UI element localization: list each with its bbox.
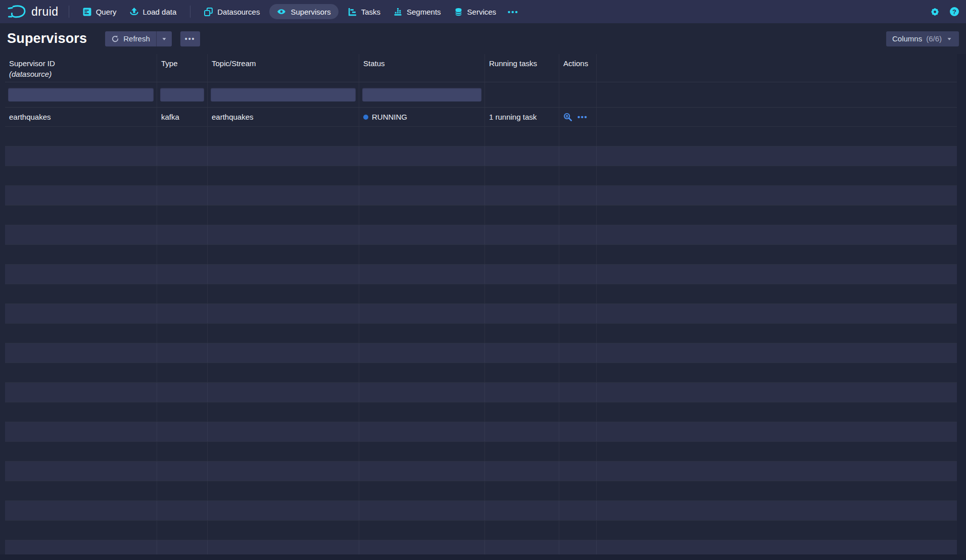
nav-item-query[interactable]: Query <box>76 0 123 23</box>
refresh-button-group: Refresh <box>105 31 172 46</box>
druid-logo-icon <box>7 4 27 20</box>
nav-item-load-data[interactable]: Load data <box>123 0 183 23</box>
topic-stream-cell[interactable]: earthquakes <box>208 108 359 126</box>
empty-row <box>5 462 957 481</box>
supervisor-id-filter-input[interactable] <box>8 88 154 101</box>
vertical-scrollbar-track[interactable] <box>957 54 966 560</box>
header-filler <box>597 54 957 82</box>
eye-icon <box>277 8 286 16</box>
refresh-label: Refresh <box>123 34 150 43</box>
topic-stream-filter-input[interactable] <box>211 88 356 101</box>
empty-row <box>5 304 957 324</box>
column-header-running-tasks[interactable]: Running tasks <box>485 54 559 82</box>
druid-logo-text: druid <box>31 5 59 19</box>
empty-row <box>5 324 957 343</box>
supervisor-row: earthquakes kafka earthquakes RUNNING 1 … <box>5 108 957 127</box>
nav-item-label: Segments <box>407 8 441 16</box>
empty-row <box>5 481 957 501</box>
nav-item-label: Supervisors <box>291 8 330 16</box>
empty-row <box>5 127 957 146</box>
navbar-divider <box>69 6 69 18</box>
help-icon[interactable]: ? <box>950 7 959 16</box>
nav-item-label: Datasources <box>217 8 260 16</box>
column-header-type[interactable]: Type <box>157 54 208 82</box>
empty-row <box>5 402 957 422</box>
type-filter-input[interactable] <box>160 88 204 101</box>
column-header-sublabel: (datasource) <box>9 69 157 79</box>
row-more-icon[interactable]: ••• <box>577 108 588 127</box>
nav-item-label: Tasks <box>361 8 380 16</box>
nav-item-services[interactable]: Services <box>448 0 503 23</box>
columns-dropdown-button[interactable]: Columns (6/6) <box>886 31 959 46</box>
navbar-divider <box>190 6 190 18</box>
empty-rows-container <box>5 127 957 554</box>
horizontal-scrollbar-track[interactable] <box>0 554 966 560</box>
empty-row <box>5 225 957 245</box>
nav-item-datasources[interactable]: Datasources <box>198 0 266 23</box>
stacked-chart-icon <box>394 8 402 16</box>
status-running-dot <box>363 115 368 120</box>
search-details-icon[interactable] <box>563 113 572 122</box>
empty-row <box>5 501 957 521</box>
more-icon: ••• <box>185 31 196 46</box>
empty-row <box>5 284 957 304</box>
nav-item-label: Query <box>96 8 117 16</box>
nav-item-label: Load data <box>143 8 177 16</box>
type-cell[interactable]: kafka <box>157 108 208 126</box>
gantt-icon <box>348 8 357 16</box>
caret-down-icon <box>946 35 953 42</box>
table-filter-row <box>5 82 957 108</box>
caret-down-icon <box>161 35 168 42</box>
table-header-row: Supervisor ID (datasource) Type Topic/St… <box>5 54 957 82</box>
columns-label: Columns <box>892 34 922 43</box>
upload-icon <box>130 8 138 16</box>
empty-row <box>5 363 957 383</box>
actions-cell: ••• <box>559 108 597 126</box>
column-header-topic-stream[interactable]: Topic/Stream <box>208 54 359 82</box>
console-icon <box>83 8 91 16</box>
more-actions-button[interactable]: ••• <box>180 31 200 46</box>
refresh-button[interactable]: Refresh <box>105 31 156 46</box>
supervisors-table: Supervisor ID (datasource) Type Topic/St… <box>5 54 957 554</box>
status-cell[interactable]: RUNNING <box>359 108 485 126</box>
empty-row <box>5 186 957 206</box>
top-navbar: druid Query Load data <box>0 0 966 23</box>
empty-row <box>5 540 957 554</box>
nav-item-segments[interactable]: Segments <box>387 0 448 23</box>
datasources-icon <box>204 8 213 16</box>
empty-row <box>5 343 957 363</box>
empty-row <box>5 383 957 402</box>
empty-row <box>5 245 957 265</box>
page-title: Supervisors <box>7 31 87 46</box>
supervisor-id-cell[interactable]: earthquakes <box>5 108 157 126</box>
druid-logo[interactable]: druid <box>7 4 62 20</box>
empty-row <box>5 166 957 186</box>
column-header-status[interactable]: Status <box>359 54 485 82</box>
empty-row <box>5 442 957 462</box>
navbar-more-icon[interactable]: ••• <box>503 8 524 16</box>
status-badge: RUNNING <box>372 113 407 121</box>
columns-count: (6/6) <box>926 34 942 43</box>
empty-row <box>5 265 957 284</box>
column-header-actions[interactable]: Actions <box>559 54 597 82</box>
empty-row <box>5 422 957 442</box>
view-toolbar: Supervisors Refresh ••• <box>0 23 966 54</box>
refresh-icon <box>111 35 119 43</box>
running-tasks-cell[interactable]: 1 running task <box>485 108 559 126</box>
column-header-supervisor-id[interactable]: Supervisor ID (datasource) <box>5 54 157 82</box>
database-icon <box>454 8 463 16</box>
nav-item-label: Services <box>467 8 497 16</box>
empty-row <box>5 146 957 166</box>
refresh-interval-dropdown-button[interactable] <box>156 31 172 46</box>
empty-row <box>5 206 957 225</box>
druid-console: druid Query Load data <box>0 0 966 560</box>
status-filter-input[interactable] <box>362 88 481 101</box>
settings-gear-icon[interactable] <box>930 7 940 17</box>
empty-row <box>5 521 957 540</box>
nav-item-tasks[interactable]: Tasks <box>342 0 387 23</box>
nav-item-supervisors[interactable]: Supervisors <box>269 4 338 19</box>
